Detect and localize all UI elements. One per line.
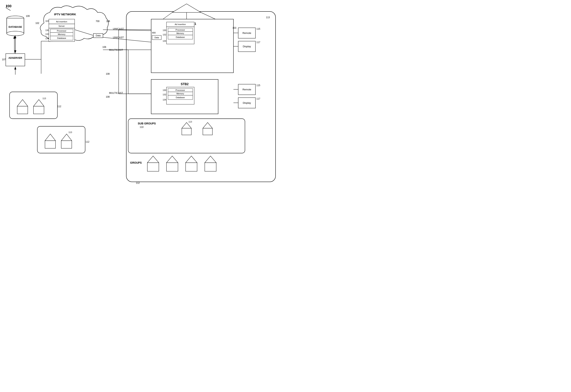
ref-115a: 115 [257,28,260,30]
svg-rect-55 [17,106,28,114]
svg-rect-53 [10,92,57,119]
ref-113b: 113 [69,131,72,133]
ref-134c: 134 [163,99,166,101]
ref-109: 109 [26,15,30,17]
ref-102: 102 [35,22,39,25]
ref-110: 110 [140,126,143,129]
data-stb1: Data [155,36,159,39]
svg-rect-46 [147,163,159,171]
database-stb2: Database [176,96,185,99]
processor-stb2: Processor [175,89,185,91]
ref-108a: 108 [106,73,110,75]
ref-103-cloud: 103 [45,20,49,22]
ref-113-subgroup: 113 [188,121,192,123]
svg-rect-41 [182,128,191,135]
ref-115b: 115 [257,84,260,87]
svg-rect-62 [61,141,72,148]
database-stb1: Database [176,36,185,38]
svg-rect-60 [45,141,56,148]
ref-130c: 130 [163,89,166,91]
processor-label-cloud: Processor [57,30,66,32]
database-label-cloud: Database [57,37,66,39]
ref-132a: 132 [45,33,49,35]
ref-130a: 130 [45,29,49,31]
display1-label: Display [243,45,251,48]
ref-134b: 134 [163,40,166,42]
ref-103-stb1: 103 [232,27,236,29]
ref-800: 800 [152,32,156,34]
ref-132b: 132 [163,33,166,36]
server-label: Server [58,25,65,27]
ad-insertion-stb1: Ad insertion [175,23,186,26]
adserver-label: ADSERVER [8,57,22,59]
ref-113a: 113 [43,97,46,100]
ref-112b: 112 [86,141,89,143]
database-label: DATABASE [9,26,22,28]
remote1-label: Remote [243,32,251,34]
svg-rect-52 [205,163,216,171]
svg-rect-9 [6,54,25,66]
svg-rect-57 [33,106,44,114]
memory-stb2: Memory [176,92,184,95]
ref-700: 700 [96,20,100,23]
sub-groups-label: SUB GROUPS [138,122,156,125]
ref-132c: 132 [163,93,166,96]
processor-stb1: Processor [175,29,185,31]
display2-label: Display [243,102,251,104]
ref-107: 107 [2,58,6,61]
ref-117b: 117 [257,97,260,100]
ref-106a: 106 [106,20,110,23]
stb2-label: STB2 [181,83,189,86]
iptv-label: IPTV NETWORK [54,13,76,16]
memory-stb1: Memory [176,32,184,34]
memory-label-cloud: Memory [58,33,65,35]
svg-point-5 [7,31,24,36]
svg-rect-43 [203,128,212,135]
ref-130b: 130 [163,29,166,31]
ref-117a: 117 [257,41,260,44]
ad-insertion-label: Ad insertion [56,20,67,23]
ref-112-groups: 112 [136,182,140,184]
remote2-label: Remote [243,88,251,91]
ref-112a: 112 [57,105,61,108]
groups-label: GROUPS [130,161,142,164]
ref-113-outer: 113 [266,16,270,19]
svg-rect-48 [167,163,178,171]
svg-rect-50 [186,163,197,171]
ref-108b: 108 [106,96,110,98]
ref-134a: 134 [45,37,49,40]
svg-text:↙: ↙ [6,4,8,7]
ref-106b: 106 [102,46,106,48]
data-label-iptv: Data [96,34,101,37]
svg-rect-58 [37,126,85,153]
